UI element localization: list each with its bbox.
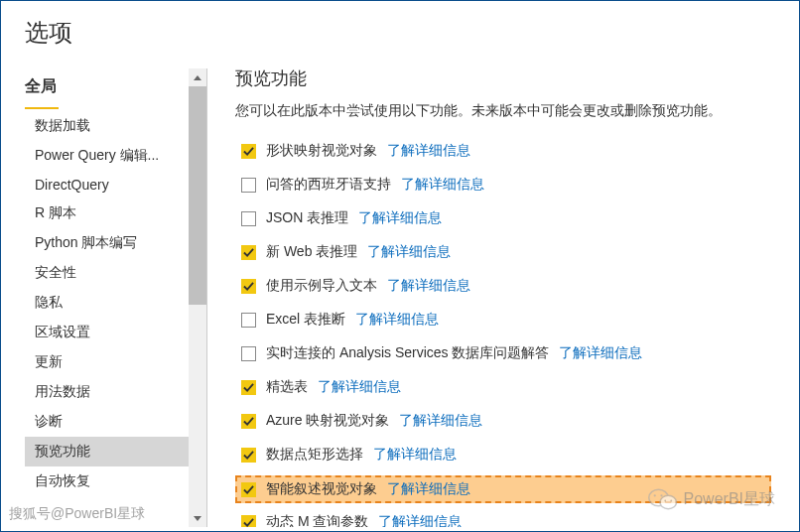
option-label: 动态 M 查询参数 bbox=[266, 513, 368, 527]
learn-more-link[interactable]: 了解详细信息 bbox=[358, 209, 442, 227]
option-row: 动态 M 查询参数了解详细信息 bbox=[235, 509, 771, 527]
option-row: 使用示例导入文本了解详细信息 bbox=[235, 273, 771, 299]
watermark-left: 搜狐号@PowerBI星球 bbox=[9, 505, 145, 523]
dialog-title: 选项 bbox=[1, 1, 799, 57]
main-container: 全局 数据加载Power Query 编辑...DirectQueryR 脚本P… bbox=[1, 57, 799, 527]
option-row: 新 Web 表推理了解详细信息 bbox=[235, 239, 771, 265]
checkbox[interactable] bbox=[241, 144, 256, 159]
checkbox[interactable] bbox=[241, 279, 256, 294]
checkbox[interactable] bbox=[241, 211, 256, 226]
checkbox[interactable] bbox=[241, 346, 256, 361]
svg-point-5 bbox=[670, 500, 672, 502]
scrollbar-thumb[interactable] bbox=[189, 86, 206, 305]
learn-more-link[interactable]: 了解详细信息 bbox=[378, 513, 462, 527]
checkbox[interactable] bbox=[241, 313, 256, 328]
learn-more-link[interactable]: 了解详细信息 bbox=[401, 176, 484, 194]
option-row: 实时连接的 Analysis Services 数据库问题解答了解详细信息 bbox=[235, 340, 771, 366]
sidebar-item[interactable]: 预览功能 bbox=[25, 437, 206, 466]
scrollbar-track[interactable] bbox=[189, 68, 206, 527]
sidebar-item[interactable]: 安全性 bbox=[25, 258, 206, 288]
option-row: Azure 映射视觉对象了解详细信息 bbox=[235, 408, 771, 434]
option-row: 形状映射视觉对象了解详细信息 bbox=[235, 138, 771, 164]
learn-more-link[interactable]: 了解详细信息 bbox=[355, 311, 439, 329]
options-list: 形状映射视觉对象了解详细信息问答的西班牙语支持了解详细信息JSON 表推理了解详… bbox=[235, 138, 771, 527]
option-label: 智能叙述视觉对象 bbox=[266, 480, 377, 498]
sidebar-item[interactable]: 数据加载 bbox=[25, 111, 206, 141]
option-label: 精选表 bbox=[266, 378, 308, 396]
learn-more-link[interactable]: 了解详细信息 bbox=[318, 378, 401, 396]
content-panel: 预览功能 您可以在此版本中尝试使用以下功能。未来版本中可能会更改或删除预览功能。… bbox=[207, 57, 799, 527]
learn-more-link[interactable]: 了解详细信息 bbox=[387, 480, 470, 498]
sidebar-section-title: 全局 bbox=[25, 68, 59, 109]
checkbox[interactable] bbox=[241, 482, 256, 497]
sidebar: 全局 数据加载Power Query 编辑...DirectQueryR 脚本P… bbox=[1, 68, 207, 527]
learn-more-link[interactable]: 了解详细信息 bbox=[387, 277, 470, 295]
learn-more-link[interactable]: 了解详细信息 bbox=[373, 446, 457, 464]
svg-point-4 bbox=[664, 500, 666, 502]
sidebar-item[interactable]: 自动恢复 bbox=[25, 466, 206, 496]
sidebar-items: 数据加载Power Query 编辑...DirectQueryR 脚本Pyth… bbox=[25, 111, 206, 496]
scrollbar-up-icon[interactable] bbox=[189, 68, 206, 86]
checkbox[interactable] bbox=[241, 448, 256, 463]
option-label: 新 Web 表推理 bbox=[266, 243, 357, 261]
option-row: Excel 表推断了解详细信息 bbox=[235, 307, 771, 332]
checkbox[interactable] bbox=[241, 178, 256, 193]
option-label: 形状映射视觉对象 bbox=[266, 142, 377, 160]
option-label: Excel 表推断 bbox=[266, 311, 345, 329]
sidebar-item[interactable]: 诊断 bbox=[25, 407, 206, 437]
sidebar-item[interactable]: R 脚本 bbox=[25, 199, 206, 228]
svg-point-1 bbox=[660, 495, 677, 509]
option-label: 问答的西班牙语支持 bbox=[266, 176, 391, 194]
option-row: 问答的西班牙语支持了解详细信息 bbox=[235, 172, 771, 198]
option-label: JSON 表推理 bbox=[266, 209, 348, 227]
learn-more-link[interactable]: 了解详细信息 bbox=[367, 243, 451, 261]
learn-more-link[interactable]: 了解详细信息 bbox=[559, 344, 642, 362]
content-description: 您可以在此版本中尝试使用以下功能。未来版本中可能会更改或删除预览功能。 bbox=[235, 102, 771, 120]
watermark-right: PowerBI星球 bbox=[648, 487, 775, 511]
option-label: 使用示例导入文本 bbox=[266, 277, 377, 295]
svg-point-2 bbox=[653, 494, 655, 496]
content-title: 预览功能 bbox=[235, 66, 771, 90]
option-label: Azure 映射视觉对象 bbox=[266, 412, 389, 430]
checkbox[interactable] bbox=[241, 414, 256, 429]
scrollbar-down-icon[interactable] bbox=[189, 509, 206, 527]
checkbox[interactable] bbox=[241, 515, 256, 528]
sidebar-item[interactable]: DirectQuery bbox=[25, 171, 206, 199]
learn-more-link[interactable]: 了解详细信息 bbox=[399, 412, 482, 430]
watermark-right-text: PowerBI星球 bbox=[684, 489, 775, 510]
option-row: JSON 表推理了解详细信息 bbox=[235, 205, 771, 231]
option-row: 数据点矩形选择了解详细信息 bbox=[235, 442, 771, 467]
sidebar-item[interactable]: 更新 bbox=[25, 347, 206, 377]
sidebar-item[interactable]: Power Query 编辑... bbox=[25, 141, 206, 171]
option-label: 实时连接的 Analysis Services 数据库问题解答 bbox=[266, 344, 549, 362]
sidebar-item[interactable]: 隐私 bbox=[25, 288, 206, 318]
sidebar-item[interactable]: 区域设置 bbox=[25, 318, 206, 347]
checkbox[interactable] bbox=[241, 380, 256, 395]
wechat-icon bbox=[648, 487, 678, 511]
checkbox[interactable] bbox=[241, 245, 256, 260]
sidebar-item[interactable]: Python 脚本编写 bbox=[25, 228, 206, 258]
svg-point-3 bbox=[660, 494, 662, 496]
option-row: 精选表了解详细信息 bbox=[235, 374, 771, 400]
option-label: 数据点矩形选择 bbox=[266, 446, 363, 464]
sidebar-item[interactable]: 用法数据 bbox=[25, 377, 206, 407]
learn-more-link[interactable]: 了解详细信息 bbox=[387, 142, 470, 160]
